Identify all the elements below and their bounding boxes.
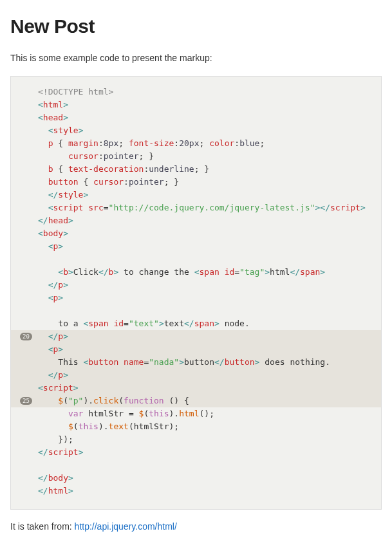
code-line: <style> xyxy=(38,124,373,137)
code-line: }); xyxy=(38,433,373,446)
code-line: </p> xyxy=(11,369,381,382)
code-line xyxy=(38,253,373,266)
source-link[interactable]: http://api.jquery.com/html/ xyxy=(75,521,177,532)
intro-text: This is some example code to present the… xyxy=(10,53,382,63)
code-line: </html> xyxy=(38,485,373,497)
code-line: <p> xyxy=(38,240,373,253)
code-line: <b>Click</b> to change the <span id="tag… xyxy=(38,266,373,279)
code-lines: <!DOCTYPE html><html><head> <style> p { … xyxy=(11,86,381,497)
code-line: to a <span id="text">text</span> node. xyxy=(38,317,373,330)
code-line: <head> xyxy=(38,111,373,124)
code-line: p { margin:8px; font-size:20px; color:bl… xyxy=(38,137,373,150)
code-line: </script> xyxy=(38,446,373,459)
code-line: <p> xyxy=(11,343,381,356)
code-line: </style> xyxy=(38,189,373,201)
code-gutter: 2025 xyxy=(11,86,33,497)
code-line: b { text-decoration:underline; } xyxy=(38,163,373,176)
footer-prefix: It is taken from: xyxy=(10,521,75,532)
code-line: </body> xyxy=(38,472,373,485)
code-line: <script src="http://code.jquery.com/jque… xyxy=(38,201,373,214)
footer-text: It is taken from: http://api.jquery.com/… xyxy=(10,521,382,532)
code-line: <html> xyxy=(38,98,373,111)
code-line: </p> xyxy=(38,279,373,292)
code-line: </p> xyxy=(11,330,381,343)
code-line: <body> xyxy=(38,227,373,240)
code-line: <!DOCTYPE html> xyxy=(38,86,373,98)
code-line: cursor:pointer; } xyxy=(38,150,373,163)
code-line: button { cursor:pointer; } xyxy=(38,176,373,189)
code-line: var htmlStr = $(this).html(); xyxy=(38,407,373,420)
code-line: <script> xyxy=(11,382,381,394)
code-line: </head> xyxy=(38,214,373,227)
code-line xyxy=(38,304,373,317)
code-line: $(this).text(htmlStr); xyxy=(38,420,373,433)
code-line: This <button name="nada">button</button>… xyxy=(11,356,381,369)
code-line: $("p").click(function () { xyxy=(11,394,381,407)
line-number-badge: 25 xyxy=(20,397,32,405)
page-title: New Post xyxy=(10,15,382,37)
code-block: 2025 <!DOCTYPE html><html><head> <style>… xyxy=(10,76,382,510)
code-line xyxy=(38,459,373,472)
code-line: <p> xyxy=(38,292,373,304)
line-number-badge: 20 xyxy=(20,333,32,340)
